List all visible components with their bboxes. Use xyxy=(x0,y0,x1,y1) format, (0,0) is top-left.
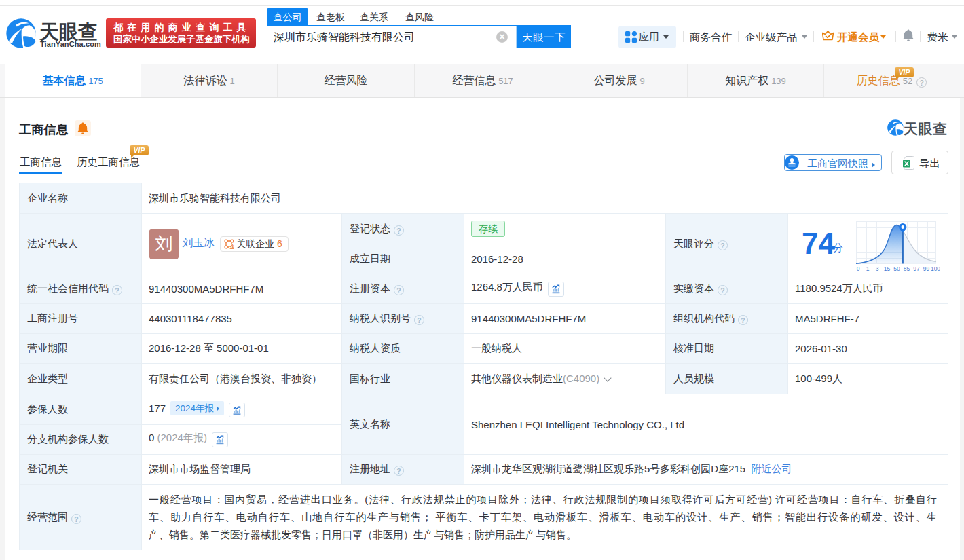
svg-text:97: 97 xyxy=(913,265,920,272)
svg-text:企: 企 xyxy=(229,244,234,249)
svg-text:0: 0 xyxy=(857,265,860,272)
svg-text:50: 50 xyxy=(893,265,900,272)
svg-text:15: 15 xyxy=(884,265,891,272)
svg-text:1: 1 xyxy=(866,265,870,272)
svg-text:3: 3 xyxy=(876,265,879,272)
svg-text:85: 85 xyxy=(904,265,910,272)
svg-text:100: 100 xyxy=(931,265,940,272)
svg-text:99: 99 xyxy=(923,265,930,272)
